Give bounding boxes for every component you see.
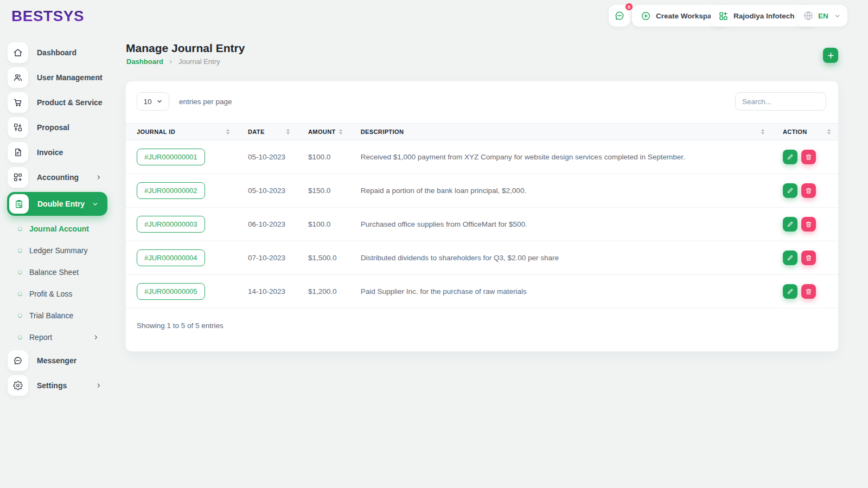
- sidebar-subitem-label: Ledger Summary: [29, 246, 87, 255]
- column-header-date[interactable]: DATE: [237, 124, 297, 140]
- row-actions: [783, 150, 831, 164]
- edit-button[interactable]: [783, 217, 797, 232]
- brand-logo[interactable]: BESTSYS: [11, 8, 84, 25]
- journal-id-badge[interactable]: #JUR000000005: [137, 283, 205, 300]
- journal-amount: $150.0: [297, 174, 350, 208]
- sidebar-subitem-trial-balance[interactable]: Trial Balance: [0, 305, 117, 326]
- sidebar-item-proposal[interactable]: Proposal: [0, 115, 117, 140]
- sidebar-subitem-balance-sheet[interactable]: Balance Sheet: [0, 261, 117, 283]
- cart-icon: [8, 92, 28, 113]
- journal-id-badge[interactable]: #JUR000000001: [137, 149, 205, 165]
- journal-date: 05-10-2023: [237, 140, 297, 174]
- add-journal-entry-button[interactable]: [823, 48, 838, 63]
- journal-table: JOURNAL ID DATE AMOUNT DESCRIPTION ACTIO…: [126, 123, 838, 309]
- trash-icon: [805, 221, 812, 228]
- sidebar-item-invoice[interactable]: Invoice: [0, 140, 117, 165]
- bullet-icon: [17, 269, 23, 275]
- sidebar-subitem-label: Profit & Loss: [29, 290, 72, 298]
- language-code: EN: [818, 12, 828, 20]
- sidebar-item-settings[interactable]: Settings: [0, 373, 117, 398]
- sidebar-item-dashboard[interactable]: Dashboard: [0, 40, 117, 65]
- row-actions: [783, 217, 831, 232]
- entries-per-page-value: 10: [143, 98, 151, 106]
- sidebar-item-label: Product & Service: [37, 98, 103, 107]
- row-actions: [783, 183, 831, 198]
- column-header-amount[interactable]: AMOUNT: [297, 124, 350, 140]
- edit-button[interactable]: [783, 284, 797, 299]
- sidebar-item-label: Proposal: [37, 123, 69, 132]
- breadcrumb-dashboard-link[interactable]: Dashboard: [126, 57, 163, 66]
- sort-icon[interactable]: [286, 129, 290, 134]
- chevron-right-icon: [168, 59, 174, 65]
- pencil-icon: [787, 254, 794, 261]
- column-header-journal-id[interactable]: JOURNAL ID: [126, 124, 237, 140]
- journal-amount: $100.0: [297, 140, 350, 174]
- sidebar-item-label: User Management: [37, 73, 103, 82]
- messages-button[interactable]: 0: [609, 5, 630, 27]
- sort-icon[interactable]: [761, 129, 764, 134]
- sort-icon[interactable]: [226, 129, 229, 134]
- trash-icon: [805, 187, 812, 194]
- edit-button[interactable]: [783, 150, 797, 164]
- proposal-icon: [8, 117, 28, 138]
- sidebar-subitem-profit-loss[interactable]: Profit & Loss: [0, 283, 117, 305]
- chevron-right-icon: [95, 382, 102, 389]
- journal-description: Purchased office supplies from OfficeMar…: [350, 208, 772, 241]
- table-row: #JUR000000003 06-10-2023 $100.0 Purchase…: [126, 208, 838, 241]
- edit-button[interactable]: [783, 251, 797, 265]
- journal-date: 07-10-2023: [237, 241, 297, 275]
- sidebar-item-user-management[interactable]: User Management: [0, 65, 117, 90]
- breadcrumb: Dashboard Journal Entry: [126, 57, 220, 66]
- delete-button[interactable]: [801, 217, 816, 232]
- table-row: #JUR000000005 14-10-2023 $1,200.0 Paid S…: [126, 275, 838, 309]
- breadcrumb-current: Journal Entry: [178, 57, 220, 66]
- bullet-icon: [17, 226, 23, 232]
- sort-icon[interactable]: [827, 129, 831, 134]
- column-header-description[interactable]: DESCRIPTION: [350, 124, 772, 140]
- journal-id-badge[interactable]: #JUR000000003: [137, 216, 205, 233]
- create-workspace-label: Create Workspace: [656, 12, 720, 20]
- home-icon: [8, 42, 28, 63]
- delete-button[interactable]: [801, 150, 816, 164]
- table-row: #JUR000000001 05-10-2023 $100.0 Received…: [126, 140, 838, 174]
- sidebar-item-label: Settings: [37, 381, 67, 390]
- delete-button[interactable]: [801, 251, 816, 265]
- journal-description: Repaid a portion of the bank loan princi…: [350, 174, 772, 208]
- entries-per-page-select[interactable]: 10: [137, 92, 169, 111]
- sidebar-subitem-journal-account[interactable]: Journal Account: [0, 218, 117, 240]
- globe-icon: [803, 10, 814, 21]
- sidebar-subitem-label: Trial Balance: [29, 311, 73, 320]
- gear-icon: [8, 375, 28, 396]
- table-controls: 10 entries per page: [126, 81, 838, 111]
- plus-icon: [827, 52, 835, 60]
- workspace-grid-icon: [718, 11, 729, 21]
- invoice-icon: [8, 142, 28, 163]
- table-footer-summary: Showing 1 to 5 of 5 entries: [126, 309, 838, 343]
- sidebar-item-label: Invoice: [37, 148, 63, 157]
- entries-per-page-label: entries per page: [179, 98, 232, 106]
- sidebar-item-double-entry[interactable]: Double Entry: [7, 192, 107, 216]
- sidebar-subitem-report[interactable]: Report: [0, 326, 117, 348]
- journal-description: Paid Supplier Inc. for the purchase of r…: [350, 275, 772, 309]
- delete-button[interactable]: [801, 183, 816, 198]
- page-title: Manage Journal Entry: [126, 42, 245, 55]
- sidebar-item-accounting[interactable]: Accounting: [0, 165, 117, 190]
- journal-id-badge[interactable]: #JUR000000002: [137, 182, 205, 199]
- delete-button[interactable]: [801, 284, 816, 299]
- sort-icon[interactable]: [339, 129, 342, 134]
- sidebar-item-label: Accounting: [37, 173, 79, 182]
- language-selector[interactable]: EN: [796, 5, 847, 27]
- pencil-icon: [787, 288, 794, 295]
- sidebar-item-messenger[interactable]: Messenger: [0, 348, 117, 373]
- bullet-icon: [17, 291, 23, 297]
- edit-button[interactable]: [783, 183, 797, 198]
- sidebar-subitem-ledger-summary[interactable]: Ledger Summary: [0, 240, 117, 261]
- row-actions: [783, 251, 831, 265]
- chevron-right-icon: [93, 334, 99, 341]
- search-input[interactable]: [735, 92, 826, 111]
- column-header-action[interactable]: ACTION: [772, 124, 838, 140]
- pencil-icon: [787, 221, 794, 228]
- journal-amount: $1,500.0: [297, 241, 350, 275]
- journal-id-badge[interactable]: #JUR000000004: [137, 249, 205, 266]
- sidebar-item-product-service[interactable]: Product & Service: [0, 90, 117, 115]
